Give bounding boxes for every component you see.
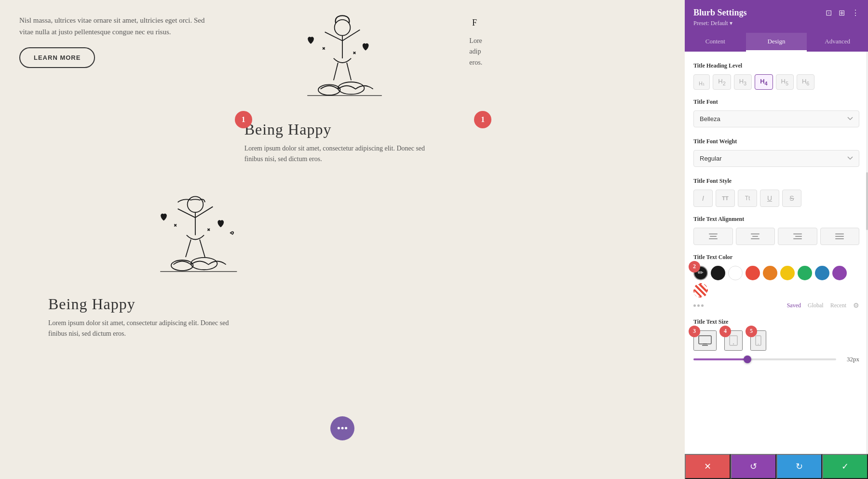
global-tab[interactable]: Global bbox=[808, 302, 824, 309]
underline-button[interactable]: U bbox=[760, 190, 779, 207]
align-center-button[interactable] bbox=[736, 228, 775, 245]
panel-header-icons: ⊡ ⊞ ⋮ bbox=[826, 8, 859, 17]
svg-point-20 bbox=[171, 260, 193, 271]
svg-line-2 bbox=[325, 32, 342, 41]
title-text-color-section: Title Text Color 2 ✏ bbox=[693, 254, 859, 310]
svg-point-33 bbox=[758, 343, 759, 344]
title-heading-level-section: Title Heading Level H1 H2 H3 H4 H5 H6 bbox=[693, 62, 859, 90]
slider-thumb[interactable] bbox=[744, 356, 751, 363]
color-swatch-yellow[interactable] bbox=[780, 266, 795, 280]
color-swatch-stripe[interactable] bbox=[693, 283, 708, 298]
size-slider[interactable] bbox=[693, 358, 836, 360]
svg-line-19 bbox=[200, 239, 205, 257]
more-dots[interactable] bbox=[693, 302, 704, 309]
title-text-size-label: Title Text Size bbox=[693, 318, 859, 326]
title-text-alignment-section: Title Text Alignment bbox=[693, 216, 859, 245]
title-font-section: Title Font Belleza bbox=[693, 98, 859, 136]
preset-label[interactable]: Preset: Default ▾ bbox=[693, 20, 859, 27]
save-button[interactable]: ✓ bbox=[822, 454, 868, 479]
illustration-2 bbox=[118, 189, 272, 286]
svg-line-16 bbox=[178, 209, 195, 218]
device-buttons: 3 4 bbox=[693, 330, 859, 351]
fab-button[interactable]: ••• bbox=[330, 416, 354, 440]
align-buttons bbox=[693, 228, 859, 245]
more-icon[interactable]: ⋮ bbox=[852, 8, 859, 17]
saved-tab[interactable]: Saved bbox=[787, 302, 801, 309]
align-justify-button[interactable] bbox=[820, 228, 860, 245]
h3-button[interactable]: H3 bbox=[734, 74, 752, 90]
panel-body: Title Heading Level H1 H2 H3 H4 H5 H6 Ti… bbox=[685, 52, 868, 454]
reset-button[interactable]: ↺ bbox=[731, 454, 776, 479]
section-right-text: Loreadiperos. bbox=[469, 36, 527, 68]
strikethrough-button[interactable]: S bbox=[782, 190, 801, 207]
layout-icon[interactable]: ⊞ bbox=[839, 8, 845, 17]
step-badge-right: 1 bbox=[474, 111, 491, 128]
align-left-button[interactable] bbox=[693, 228, 733, 245]
slider-row: 32px bbox=[693, 356, 859, 363]
svg-text:F: F bbox=[472, 18, 477, 27]
panel-title: Blurb Settings bbox=[693, 8, 747, 18]
settings-panel: Blurb Settings ⊡ ⊞ ⋮ Preset: Default ▾ C… bbox=[685, 0, 868, 479]
h4-button[interactable]: H4 bbox=[755, 74, 773, 90]
section1-title: Being Happy bbox=[244, 121, 441, 138]
step-badge-3: 3 bbox=[689, 326, 700, 337]
svg-point-7 bbox=[338, 82, 365, 94]
learn-more-button[interactable]: LEARN MORE bbox=[19, 47, 95, 68]
color-swatch-blue[interactable] bbox=[815, 266, 829, 280]
tabs-row: Content Design Advanced bbox=[685, 33, 868, 52]
svg-line-5 bbox=[347, 63, 351, 80]
title-heading-level-label: Title Heading Level bbox=[693, 62, 859, 69]
italic-button[interactable]: I bbox=[693, 190, 713, 207]
color-settings-icon[interactable]: ⚙ bbox=[853, 301, 859, 310]
step-badge-2: 2 bbox=[689, 261, 700, 273]
step-badge-4: 4 bbox=[719, 326, 731, 337]
panel-header: Blurb Settings ⊡ ⊞ ⋮ Preset: Default ▾ bbox=[685, 0, 868, 33]
color-swatch-white[interactable] bbox=[728, 266, 743, 280]
main-content: Nisl massa, ultrices vitae ornare sit am… bbox=[0, 0, 685, 479]
title-font-select[interactable]: Belleza bbox=[693, 110, 859, 127]
fullscreen-icon[interactable]: ⊡ bbox=[826, 8, 832, 17]
scroll-indicator bbox=[866, 52, 868, 454]
tab-advanced[interactable]: Advanced bbox=[807, 33, 868, 52]
redo-button[interactable]: ↻ bbox=[776, 454, 822, 479]
section1-text: Lorem ipsum dolor sit amet, consectetur … bbox=[244, 143, 437, 165]
step-badge-5: 5 bbox=[746, 326, 757, 337]
svg-point-21 bbox=[191, 258, 217, 270]
color-swatch-red[interactable] bbox=[746, 266, 760, 280]
svg-rect-27 bbox=[699, 336, 711, 344]
svg-point-6 bbox=[318, 84, 340, 95]
step-badge-1: 1 bbox=[235, 111, 252, 128]
align-right-button[interactable] bbox=[778, 228, 817, 245]
title-font-label: Title Font bbox=[693, 98, 859, 106]
h1-button[interactable]: H1 bbox=[693, 74, 710, 90]
tab-content[interactable]: Content bbox=[685, 33, 746, 52]
section2-title: Being Happy bbox=[48, 295, 342, 313]
uppercase-button[interactable]: TT bbox=[716, 190, 735, 207]
illustration-1 bbox=[265, 14, 420, 111]
heading-buttons: H1 H2 H3 H4 H5 H6 bbox=[693, 74, 859, 90]
panel-footer: ✕ ↺ ↻ ✓ bbox=[685, 454, 868, 479]
h2-button[interactable]: H2 bbox=[713, 74, 731, 90]
svg-point-31 bbox=[733, 343, 734, 344]
title-font-weight-select[interactable]: Regular Bold Light bbox=[693, 150, 859, 167]
svg-point-14 bbox=[188, 196, 203, 212]
intro-text: Nisl massa, ultrices vitae ornare sit am… bbox=[19, 14, 212, 38]
color-swatch-black[interactable] bbox=[711, 266, 725, 280]
title-text-color-label: Title Text Color bbox=[693, 254, 859, 261]
title-text-alignment-label: Title Text Alignment bbox=[693, 216, 859, 223]
title-font-weight-section: Title Font Weight Regular Bold Light bbox=[693, 138, 859, 176]
color-swatch-orange[interactable] bbox=[763, 266, 777, 280]
title-font-style-section: Title Font Style I TT Tt U S bbox=[693, 178, 859, 207]
title-font-style-label: Title Font Style bbox=[693, 178, 859, 185]
cancel-button[interactable]: ✕ bbox=[685, 454, 731, 479]
tab-design[interactable]: Design bbox=[746, 33, 807, 52]
h6-button[interactable]: H6 bbox=[797, 74, 814, 90]
h5-button[interactable]: H5 bbox=[776, 74, 794, 90]
recent-tab[interactable]: Recent bbox=[830, 302, 846, 309]
svg-point-0 bbox=[335, 20, 351, 36]
style-buttons: I TT Tt U S bbox=[693, 190, 859, 207]
color-swatch-green[interactable] bbox=[798, 266, 812, 280]
color-swatch-purple[interactable] bbox=[832, 266, 847, 280]
title-text-size-section: Title Text Size 3 bbox=[693, 318, 859, 363]
titlecase-button[interactable]: Tt bbox=[738, 190, 757, 207]
